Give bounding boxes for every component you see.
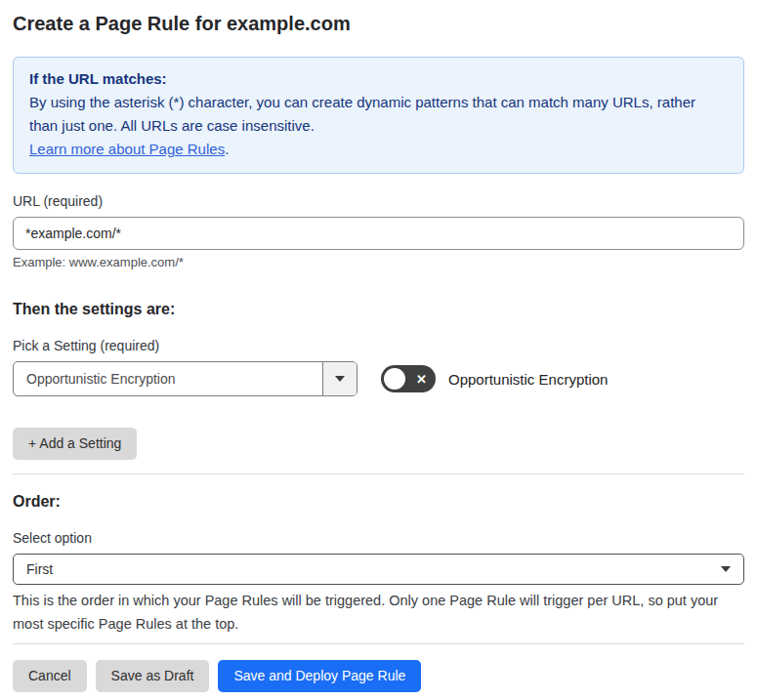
page-title: Create a Page Rule for example.com [13,12,744,35]
info-box-body-text: By using the asterisk (*) character, you… [29,94,695,134]
caret-down-icon [721,566,731,572]
order-select[interactable]: First [13,554,744,585]
order-select-label: Select option [13,530,744,547]
page-rule-form: Create a Page Rule for example.com If th… [0,12,757,700]
url-label: URL (required) [13,193,744,210]
chevron-down-icon [335,376,345,382]
order-help-text: This is the order in which your Page Rul… [13,589,744,636]
setting-row: Opportunistic Encryption ✕ Opportunistic… [13,361,744,396]
setting-picker-label: Pick a Setting (required) [13,338,744,354]
encryption-toggle[interactable]: ✕ [381,365,436,392]
info-box-heading: If the URL matches: [29,67,728,91]
setting-select-arrow-button[interactable] [322,362,357,395]
footer-divider [13,643,744,644]
footer-actions: Cancel Save as Draft Save and Deploy Pag… [13,660,744,692]
setting-select[interactable]: Opportunistic Encryption [13,361,357,396]
info-box: If the URL matches: By using the asteris… [13,57,744,174]
url-helper-text: Example: www.example.com/* [13,255,744,270]
toggle-knob [384,368,405,390]
add-setting-button[interactable]: + Add a Setting [13,428,137,460]
order-heading: Order: [13,492,744,511]
section-divider [13,474,744,474]
setting-select-value: Opportunistic Encryption [14,362,322,395]
save-deploy-button[interactable]: Save and Deploy Page Rule [218,660,421,692]
cancel-button[interactable]: Cancel [13,660,87,692]
url-input[interactable] [13,217,744,250]
info-box-body: By using the asterisk (*) character, you… [29,91,728,161]
link-suffix: . [225,141,229,157]
toggle-label: Opportunistic Encryption [448,371,608,388]
toggle-x-icon: ✕ [416,365,427,392]
order-select-value: First [26,561,53,577]
settings-heading: Then the settings are: [13,300,744,318]
learn-more-link[interactable]: Learn more about Page Rules [29,141,225,157]
save-draft-button[interactable]: Save as Draft [96,660,210,692]
